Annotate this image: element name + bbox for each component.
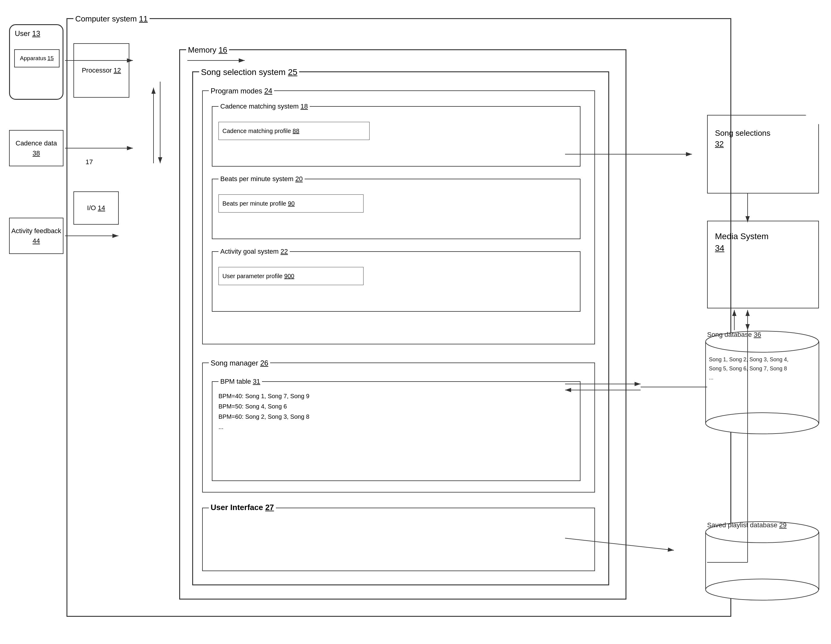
cadence-profile-box: Cadence matching profile 88 [218,122,369,140]
computer-system-label: Computer system 11 [73,14,150,24]
computer-system-text: Computer system [75,14,137,23]
activity-feedback-box: Activity feedback44 [9,218,64,254]
svg-point-9 [705,579,818,600]
apparatus-box: Apparatus 15 [14,49,59,67]
bpm-system-label: Beats per minute system 20 [218,175,305,183]
svg-text:Song 1, Song 2, Song 3, Song 4: Song 1, Song 2, Song 3, Song 4, [709,357,788,362]
computer-system-box: Computer system 11 Processor 12 I/O 14 1… [67,18,731,617]
media-system-label: Media System34 [715,230,769,254]
bpm-row-3: BPM=60: Song 2, Song 3, Song 8 [218,411,309,422]
song-selections-box: Song selections32 [707,115,819,193]
ref17-label: 17 [86,158,93,166]
bpm-system-box: Beats per minute system 20 Beats per min… [212,179,581,239]
processor-box: Processor 12 [73,43,129,98]
memory-label: Memory 16 [186,45,229,55]
media-system-box: Media System34 [707,221,819,308]
cadence-data-box: Cadence data38 [9,130,64,166]
svg-text:Song 5, Song 6, Song 7, Song 8: Song 5, Song 6, Song 7, Song 8 [709,365,787,371]
saved-playlist-cylinder: Saved playlist database 29 [704,520,822,605]
program-modes-label: Program modes 24 [209,87,274,95]
cadence-system-label: Cadence matching system 18 [218,102,310,110]
bpm-profile-box: Beats per minute profile 90 [218,194,363,212]
song-database-cylinder: Song database 36 Song 1, Song 2, Song 3,… [704,330,822,442]
song-manager-label: Song manager 26 [209,359,270,367]
bpm-row-ellipsis: ... [218,422,309,432]
io-box: I/O 14 [73,191,119,225]
svg-text:Saved playlist database 29: Saved playlist database 29 [707,521,786,529]
io-label: I/O 14 [87,204,105,212]
program-modes-box: Program modes 24 Cadence matching system… [202,91,595,344]
svg-point-2 [705,413,818,434]
song-selections-label: Song selections32 [715,128,771,150]
memory-box: Memory 16 Song selection system 25 Progr… [179,49,626,599]
svg-rect-0 [705,342,819,423]
song-selection-label: Song selection system 25 [199,67,299,77]
song-manager-box: Song manager 26 BPM table 31 BPM=40: Son… [202,362,595,493]
bpm-table-box: BPM table 31 BPM=40: Song 1, Song 7, Son… [212,381,581,481]
activity-goal-label: Activity goal system 22 [218,248,290,255]
cadence-system-box: Cadence matching system 18 Cadence match… [212,106,581,167]
user-box: User 13 Apparatus 15 [9,24,64,100]
svg-text:Song database 36: Song database 36 [707,331,761,338]
song-selection-system-box: Song selection system 25 Program modes 2… [192,71,609,585]
bpm-row-1: BPM=40: Song 1, Song 7, Song 9 [218,391,309,401]
user-interface-label: User Interface 27 [209,503,276,512]
svg-text:...: ... [709,375,713,381]
user-interface-box: User Interface 27 [202,508,595,571]
user-param-box: User parameter profile 900 [218,267,363,285]
processor-label: Processor 12 [82,67,121,74]
computer-system-ref: 11 [139,14,148,23]
bpm-table-label: BPM table 31 [218,378,262,386]
user-label: User 13 [15,29,40,38]
bpm-row-2: BPM=50: Song 4, Song 6 [218,401,309,411]
activity-goal-box: Activity goal system 22 User parameter p… [212,251,581,312]
bpm-table-content: BPM=40: Song 1, Song 7, Song 9 BPM=50: S… [218,391,309,432]
